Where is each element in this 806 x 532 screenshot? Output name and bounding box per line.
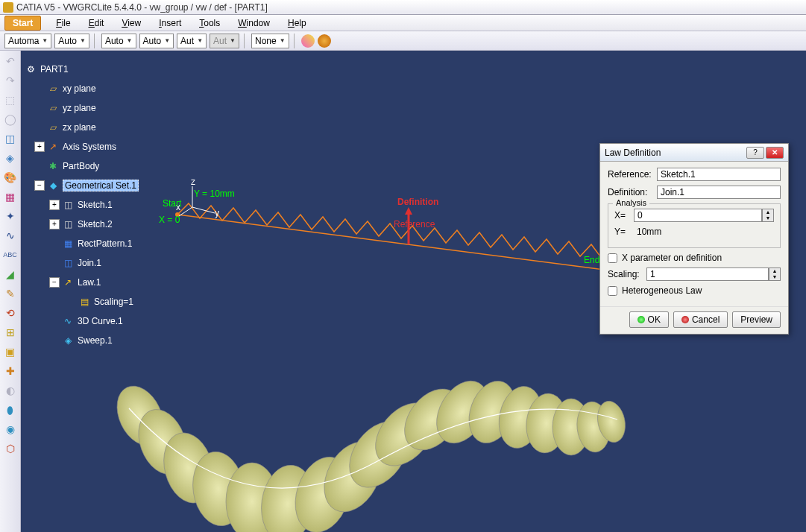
combo-3[interactable]: Auto▼ — [101, 34, 136, 48]
combo-6: Aut▼ — [210, 34, 239, 48]
combo-4[interactable]: Auto▼ — [139, 34, 174, 48]
cancel-button[interactable]: Cancel — [673, 311, 728, 328]
spin-up-icon[interactable]: ▲ — [763, 209, 773, 215]
scaling-input[interactable] — [646, 267, 769, 281]
paint-icon[interactable] — [318, 34, 331, 48]
combo-7[interactable]: None▼ — [251, 34, 289, 48]
measure-icon[interactable]: ⊞ — [3, 325, 18, 340]
hetero-checkbox[interactable] — [608, 286, 617, 296]
menu-help[interactable]: Help — [279, 16, 315, 30]
close-button[interactable]: ✕ — [766, 147, 784, 159]
tree-sweep[interactable]: ◈ Sweep.1 — [24, 331, 158, 350]
law-definition-dialog: Law Definition ? ✕ Reference: Definition… — [599, 143, 789, 335]
menu-tools[interactable]: Tools — [190, 16, 229, 30]
join-icon: ◫ — [61, 258, 75, 268]
geoset-icon: ◆ — [46, 180, 60, 191]
x-label: X= — [614, 210, 631, 221]
xparam-label: X parameter on definition — [622, 253, 722, 263]
combo-2[interactable]: Auto▼ — [54, 34, 89, 48]
tree-scaling[interactable]: ▤ Scaling=1 — [24, 292, 158, 311]
tree-sketch2[interactable]: +◫ Sketch.2 — [24, 215, 158, 234]
label-definition: Definition — [397, 197, 438, 207]
iso-icon[interactable]: ◈ — [3, 151, 18, 165]
label-x0: X = 0 — [159, 215, 180, 225]
sweep-icon: ◈ — [61, 335, 75, 346]
tree-sketch1[interactable]: +◫ Sketch.1 — [24, 195, 158, 215]
axis-icon: ↗ — [46, 142, 60, 152]
sweep-geometry — [95, 326, 632, 532]
collapse-icon[interactable]: − — [49, 277, 60, 288]
redo-icon[interactable]: ↷ — [3, 73, 18, 88]
grid-icon[interactable]: ▦ — [3, 189, 18, 204]
transform-icon[interactable]: ⟲ — [3, 305, 18, 320]
extra2-icon[interactable]: ⬮ — [3, 402, 18, 417]
point-icon[interactable]: ✦ — [3, 209, 18, 224]
definition-input[interactable] — [657, 186, 781, 199]
ok-button[interactable]: OK — [629, 311, 669, 328]
scale-icon: ▤ — [78, 297, 91, 307]
dialog-titlebar[interactable]: Law Definition ? ✕ — [600, 144, 788, 162]
expand-icon[interactable]: + — [34, 142, 45, 152]
cube-icon[interactable]: ◫ — [3, 131, 18, 146]
menu-edit[interactable]: Edit — [80, 16, 113, 30]
arrow-icon[interactable]: ↶ — [3, 54, 18, 69]
spin-down-icon[interactable]: ▼ — [769, 274, 780, 280]
tree-join[interactable]: ◫ Join.1 — [24, 253, 158, 273]
folder-icon[interactable]: ✚ — [3, 364, 18, 379]
tree-3dcurve[interactable]: ∿ 3D Curve.1 — [24, 311, 158, 331]
preview-button[interactable]: Preview — [732, 311, 781, 328]
tool1-icon[interactable]: ▣ — [3, 344, 18, 359]
edit-icon[interactable]: ✎ — [3, 286, 18, 301]
tree-zxplane[interactable]: ▱ zx plane — [24, 118, 158, 137]
text-icon[interactable]: ABC — [3, 247, 18, 262]
label-reference: Reference — [394, 219, 435, 229]
menu-view[interactable]: View — [113, 16, 150, 30]
spin-up-icon[interactable]: ▲ — [769, 268, 780, 274]
expand-icon[interactable]: + — [49, 219, 60, 229]
x-spinner[interactable]: ▲▼ — [634, 209, 774, 222]
tree-rectpattern[interactable]: ▦ RectPattern.1 — [24, 234, 158, 253]
analysis-fieldset: Analysis X= ▲▼ Y= 10mm — [608, 203, 781, 248]
menu-file[interactable]: File — [47, 16, 79, 30]
tree-partbody[interactable]: ✱ PartBody — [24, 156, 158, 176]
menu-window[interactable]: Window — [229, 16, 279, 30]
start-menu-button[interactable]: Start — [4, 16, 41, 31]
part-icon: ⚙ — [24, 64, 37, 75]
combo-5[interactable]: Aut▼ — [177, 34, 207, 48]
svg-text:z: z — [191, 177, 195, 187]
tree-geoset[interactable]: −◆ Geometrical Set.1 — [24, 176, 158, 195]
tree-law[interactable]: −↗ Law.1 — [24, 273, 158, 292]
tree-yzplane[interactable]: ▱ yz plane — [24, 98, 158, 118]
svg-text:y: y — [215, 208, 219, 218]
ok-dot-icon — [637, 316, 645, 323]
tree-axis[interactable]: +↗ Axis Systems — [24, 137, 158, 156]
svg-line-5 — [192, 207, 215, 213]
label-start: Start — [163, 198, 181, 209]
scaling-label: Scaling: — [608, 269, 643, 279]
curve-icon[interactable]: ∿ — [3, 228, 18, 243]
label-end: End — [584, 255, 599, 265]
reference-input[interactable] — [657, 168, 781, 181]
spec-tree[interactable]: ⚙ PART1 ▱ xy plane ▱ yz plane ▱ zx plane… — [24, 60, 158, 350]
palette-icon[interactable]: 🎨 — [3, 170, 18, 185]
definition-label: Definition: — [608, 187, 654, 197]
menu-bar: Start File Edit View Insert Tools Window… — [0, 15, 806, 31]
tree-root[interactable]: ⚙ PART1 — [24, 60, 158, 79]
extra4-icon[interactable]: ⬡ — [3, 441, 18, 456]
surface-icon[interactable]: ◢ — [3, 267, 18, 282]
expand-icon[interactable]: + — [49, 200, 60, 210]
menu-insert[interactable]: Insert — [150, 16, 190, 30]
tree-xyplane[interactable]: ▱ xy plane — [24, 79, 158, 98]
combo-1[interactable]: Automa▼ — [4, 34, 51, 48]
circle-icon[interactable]: ◯ — [3, 112, 18, 127]
xparam-checkbox[interactable] — [608, 253, 617, 263]
collapse-icon[interactable]: − — [34, 180, 45, 191]
select-icon[interactable]: ⬚ — [3, 92, 18, 107]
material-icon[interactable] — [301, 34, 315, 48]
extra3-icon[interactable]: ◉ — [3, 422, 18, 437]
spin-down-icon[interactable]: ▼ — [763, 215, 773, 221]
scaling-spinner[interactable]: ▲▼ — [646, 267, 781, 281]
help-button[interactable]: ? — [746, 147, 764, 159]
extra1-icon[interactable]: ◐ — [3, 383, 18, 398]
x-input[interactable] — [634, 209, 762, 222]
